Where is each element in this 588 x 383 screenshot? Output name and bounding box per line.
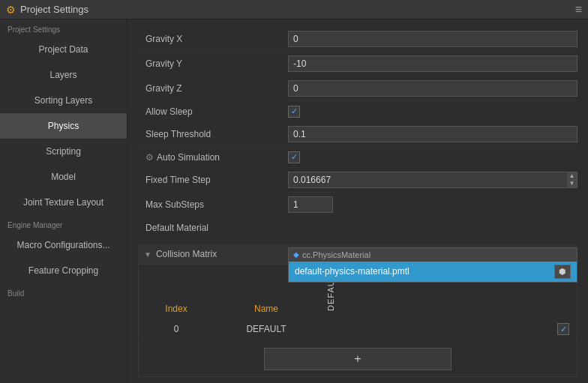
sidebar-item-sorting-layers[interactable]: Sorting Layers	[0, 88, 127, 113]
auto-simulation-checkbox[interactable]: ✓	[288, 151, 300, 163]
gravity-z-value	[288, 80, 578, 97]
sidebar-item-feature-cropping[interactable]: Feature Cropping	[0, 258, 127, 283]
allow-sleep-label: Allow Sleep	[138, 106, 288, 117]
sidebar-item-model[interactable]: Model	[0, 164, 127, 190]
fixed-time-step-spinner-group: ▲ ▼	[288, 172, 578, 188]
collision-col-name-header: Name	[206, 304, 326, 314]
row-checkbox-0: ✓	[326, 323, 569, 335]
collision-col-index-header: Index	[146, 304, 206, 314]
max-substeps-row: Max SubSteps	[138, 193, 578, 217]
gravity-z-input[interactable]	[288, 80, 578, 97]
gravity-z-label: Gravity Z	[138, 83, 288, 94]
sidebar-item-joint-texture-layout[interactable]: Joint Texture Layout	[0, 190, 127, 215]
material-diamond-icon: ◆	[293, 250, 299, 259]
material-selected-row[interactable]: default-physics-material.pmtl ⬢	[289, 262, 577, 282]
sidebar: Project Settings Project Data Layers Sor…	[0, 19, 128, 383]
gravity-y-row: Gravity Y	[138, 52, 578, 76]
spinner-up-button[interactable]: ▲	[567, 172, 577, 180]
sidebar-item-scripting[interactable]: Scripting	[0, 139, 127, 164]
gravity-y-label: Gravity Y	[138, 58, 288, 69]
sidebar-item-physics[interactable]: Physics	[0, 113, 127, 139]
material-search-hint: ◆ cc.PhysicsMaterial	[289, 248, 577, 262]
auto-simulation-gear-icon: ⚙	[146, 152, 154, 163]
row-index-0: 0	[146, 324, 206, 334]
max-substeps-value	[288, 196, 578, 213]
material-hint-text: cc.PhysicsMaterial	[302, 250, 370, 259]
max-substeps-label: Max SubSteps	[138, 199, 288, 210]
allow-sleep-checkbox[interactable]: ✓	[288, 106, 300, 118]
sleep-threshold-value	[288, 126, 578, 142]
window-title: Project Settings	[20, 4, 88, 15]
collision-row-checkbox[interactable]: ✓	[557, 323, 569, 335]
collision-matrix-title: Collision Matrix	[156, 249, 217, 259]
auto-simulation-value: ✓	[288, 151, 578, 163]
sleep-threshold-input[interactable]	[288, 126, 578, 142]
title-bar-left: ⚙ Project Settings	[6, 4, 88, 16]
row-name-0: DEFAULT	[206, 324, 326, 334]
material-selected-name: default-physics-material.pmtl	[295, 266, 410, 277]
default-material-row: Default Material ◆ cc.PhysicsMaterial de…	[138, 217, 578, 238]
gear-icon: ⚙	[6, 4, 16, 16]
sidebar-item-project-data[interactable]: Project Data	[0, 37, 127, 62]
gravity-z-row: Gravity Z	[138, 76, 578, 101]
sidebar-item-layers[interactable]: Layers	[0, 62, 127, 88]
add-row-button[interactable]: +	[264, 348, 452, 370]
main-layout: Project Settings Project Data Layers Sor…	[0, 19, 588, 383]
menu-icon[interactable]: ≡	[575, 3, 582, 16]
spinner-down-button[interactable]: ▼	[567, 180, 577, 187]
fixed-time-step-label: Fixed Time Step	[138, 175, 288, 185]
gravity-y-input[interactable]	[288, 55, 578, 72]
fixed-time-step-input[interactable]	[288, 172, 567, 188]
sidebar-section-build: Build	[0, 283, 127, 301]
material-dropdown: ◆ cc.PhysicsMaterial default-physics-mat…	[288, 247, 578, 283]
auto-simulation-row: ⚙ Auto Simulation ✓	[138, 147, 578, 168]
fixed-time-step-row: Fixed Time Step ▲ ▼	[138, 168, 578, 193]
sidebar-item-macro-configurations[interactable]: Macro Configurations...	[0, 232, 127, 258]
sidebar-section-engine: Engine Manager	[0, 215, 127, 232]
auto-simulation-label: ⚙ Auto Simulation	[138, 152, 288, 163]
gravity-y-value	[288, 55, 578, 72]
fixed-time-step-value: ▲ ▼	[288, 172, 578, 188]
material-browse-button[interactable]: ⬢	[554, 265, 571, 279]
gravity-x-input[interactable]	[288, 31, 578, 47]
title-bar: ⚙ Project Settings ≡	[0, 0, 588, 19]
spinner-arrows: ▲ ▼	[567, 172, 578, 188]
gravity-x-value	[288, 31, 578, 47]
gravity-x-label: Gravity X	[138, 34, 288, 44]
sidebar-section-project: Project Settings	[0, 19, 127, 37]
max-substeps-input[interactable]	[288, 196, 333, 213]
collapse-arrow-icon: ▼	[144, 250, 152, 259]
gravity-x-row: Gravity X	[138, 27, 578, 52]
sleep-threshold-label: Sleep Threshold	[138, 129, 288, 139]
table-row: 0 DEFAULT ✓	[139, 317, 577, 342]
sleep-threshold-row: Sleep Threshold	[138, 122, 578, 147]
default-material-label: Default Material	[138, 223, 288, 233]
allow-sleep-row: Allow Sleep ✓	[138, 101, 578, 122]
content-area: Gravity X Gravity Y Gravity Z Allow Slee…	[128, 19, 588, 383]
allow-sleep-value: ✓	[288, 106, 578, 118]
